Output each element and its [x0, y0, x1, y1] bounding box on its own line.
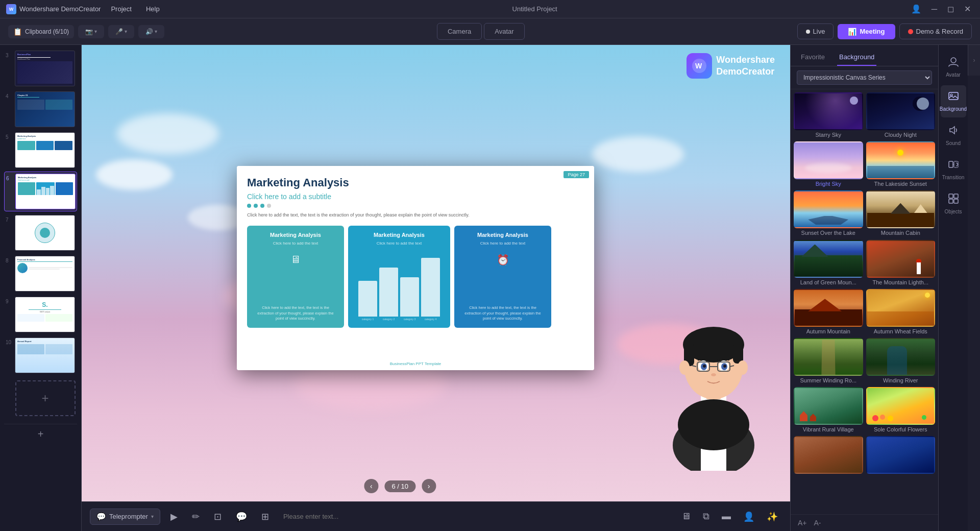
bg-item-mountain-cabin[interactable]: Mountain Cabin	[866, 190, 936, 236]
objects-sidebar-icon	[948, 193, 959, 207]
share-button[interactable]: ⊞	[257, 509, 273, 525]
audio-chevron: ▾	[155, 29, 157, 34]
slide-item[interactable]: 4 Chapter 01	[4, 90, 77, 129]
slide-navigation: ‹ 6 / 10 ›	[364, 479, 436, 493]
layout-button[interactable]: ⊡	[210, 509, 226, 525]
bg-thumb-lakeside-sunset	[866, 141, 936, 179]
speech-button[interactable]: 💬	[232, 509, 251, 525]
ppt-card-3: Marketing Analysis Click here to add the…	[454, 226, 551, 328]
sidebar-item-background[interactable]: Background	[941, 85, 966, 117]
slide-item[interactable]: 8 Financial Analysis	[4, 254, 77, 293]
slide-thumb: BusinessPlan Dashboard Plan	[15, 51, 75, 86]
slide-item[interactable]: 3 BusinessPlan Dashboard Plan	[4, 49, 77, 88]
series-filter[interactable]: Impressionistic Canvas Series	[797, 70, 932, 85]
svg-point-12	[738, 360, 748, 375]
bg-item-more2[interactable]	[866, 436, 936, 475]
bg-item-more1[interactable]	[794, 436, 863, 475]
audio-group: 🔊 ▾	[138, 25, 164, 38]
ppt-page-badge: Page 27	[564, 171, 589, 178]
close-btn[interactable]: ✕	[961, 3, 974, 15]
live-button[interactable]: Live	[797, 23, 834, 39]
bg-item-colorful-flowers[interactable]: Sole Colorful Flowers	[866, 387, 936, 433]
bg-item-mountain-light[interactable]: The Mountain Lighth...	[866, 240, 936, 286]
expand-panel-btn[interactable]: ›	[968, 45, 980, 76]
screen-btn[interactable]: 🖥	[677, 509, 695, 524]
clipboard-widget[interactable]: 📋 Clipboard (6/10)	[8, 25, 74, 38]
user-icon-btn[interactable]: 👤	[908, 3, 924, 15]
maximize-btn[interactable]: ◻	[944, 3, 957, 15]
audio-btn[interactable]: 🔊 ▾	[142, 27, 160, 37]
clipboard-label-text: Clipboard (6/10)	[25, 28, 69, 35]
tab-favorite[interactable]: Favorite	[799, 49, 827, 66]
avatar-tab-btn[interactable]: Avatar	[484, 23, 524, 40]
play-button[interactable]: ▶	[166, 509, 182, 525]
slide-item-active[interactable]: 6 Marketing Analysis Click here to add	[4, 172, 77, 211]
text-decrease-btn[interactable]: A-	[812, 518, 823, 528]
camera-chevron: ▾	[94, 29, 97, 34]
slide-item[interactable]: 5 Marketing Analysis subtitle here	[4, 131, 77, 170]
slide-item[interactable]: 10 Annual Report	[4, 336, 77, 375]
demo-record-button[interactable]: Demo & Record	[899, 23, 972, 39]
sidebar-item-avatar[interactable]: Avatar	[941, 51, 966, 83]
bar-btn[interactable]: ▬	[718, 509, 735, 524]
slide-total: 10	[401, 482, 408, 490]
slide-number: 8	[6, 258, 12, 263]
teleprompter-button[interactable]: 💬 Teleprompter ▾	[90, 509, 160, 525]
bg-label-bright-sky: Bright Sky	[794, 181, 863, 187]
bg-thumb-mountain-cabin	[866, 190, 936, 228]
slide-thumb: S. SWOT analysis	[15, 297, 75, 332]
bottom-right-tools: 🖥 ⧉ ▬ 👤 ✨	[677, 509, 782, 525]
slide-item[interactable]: 9 S. SWOT analysis	[4, 295, 77, 334]
bg-thumb-rural-village	[794, 387, 863, 425]
meeting-label: Meeting	[860, 28, 885, 35]
menu-help[interactable]: Help	[144, 4, 162, 14]
titlebar-menu: Project Help	[109, 4, 161, 14]
bg-item-autumn-mountain[interactable]: Autumn Mountain	[794, 289, 863, 335]
svg-text:W: W	[695, 62, 702, 70]
slide-number: 5	[6, 134, 12, 140]
slide-thumb: Marketing Analysis subtitle here	[15, 132, 75, 168]
camera-icon: 📷	[85, 28, 93, 35]
sidebar-item-transition[interactable]: Transition	[941, 154, 966, 186]
card3-sub: Click here to add the text	[480, 241, 526, 246]
bg-item-sunset-lake[interactable]: Sunset Over the Lake	[794, 190, 863, 236]
minimize-btn[interactable]: ─	[928, 4, 940, 15]
camera-tab-btn[interactable]: Camera	[437, 23, 482, 40]
bg-item-rural-village[interactable]: Vibrant Rural Village	[794, 387, 863, 433]
avatar-svg	[652, 277, 775, 471]
prev-slide-button[interactable]: ‹	[364, 479, 378, 493]
bg-item-cloudy-night[interactable]: Cloudy Night	[866, 92, 936, 138]
add-new-slide-button[interactable]: +	[38, 428, 44, 440]
person-btn[interactable]: 👤	[739, 509, 758, 525]
slide-number: 9	[6, 299, 12, 304]
meeting-button[interactable]: 📊 Meeting	[838, 24, 895, 39]
bg-item-lakeside-sunset[interactable]: The Lakeside Sunset	[866, 141, 936, 187]
draw-button[interactable]: ✏	[188, 509, 204, 525]
mic-btn[interactable]: 🎤 ▾	[112, 27, 130, 37]
sidebar-item-sound[interactable]: Sound	[941, 119, 966, 152]
bg-label-lakeside-sunset: The Lakeside Sunset	[866, 181, 936, 187]
slide-item[interactable]: 7	[4, 213, 77, 252]
card3-text: Click here to add the text, the text is …	[460, 305, 545, 322]
menu-project[interactable]: Project	[109, 4, 133, 14]
pip-btn[interactable]: ⧉	[699, 509, 714, 524]
bg-label-mountain-cabin: Mountain Cabin	[866, 230, 936, 236]
stage-area: W Wondershare DemoCreator Page 27 Market…	[82, 45, 790, 531]
effects-btn[interactable]: ✨	[763, 509, 782, 525]
bg-item-autumn-wheat[interactable]: Autumn Wheat Fields	[866, 289, 936, 335]
bg-item-green-mountain[interactable]: Land of Green Moun...	[794, 240, 863, 286]
bg-item-summer-winding[interactable]: Summer Winding Ro...	[794, 338, 863, 384]
camera-icon-btn[interactable]: 📷 ▾	[82, 27, 100, 37]
bg-item-winding-river[interactable]: Winding River	[866, 338, 936, 384]
sidebar-item-objects[interactable]: Objects	[941, 188, 966, 220]
bg-item-starry-sky[interactable]: Starry Sky	[794, 92, 863, 138]
main-toolbar: 📋 Clipboard (6/10) 📷 ▾ 🎤 ▾ 🔊 ▾ Camera Av…	[0, 18, 980, 45]
bg-thumb-mountain-light	[866, 240, 936, 278]
ppt-card-2: Marketing Analysis Click here to add the…	[348, 226, 450, 328]
bg-item-bright-sky[interactable]: Bright Sky	[794, 141, 863, 187]
teleprompter-input[interactable]	[279, 509, 671, 524]
add-slide-button[interactable]: +	[15, 380, 76, 416]
text-increase-btn[interactable]: A+	[796, 518, 809, 528]
next-slide-button[interactable]: ›	[422, 479, 436, 493]
tab-background[interactable]: Background	[837, 49, 876, 66]
